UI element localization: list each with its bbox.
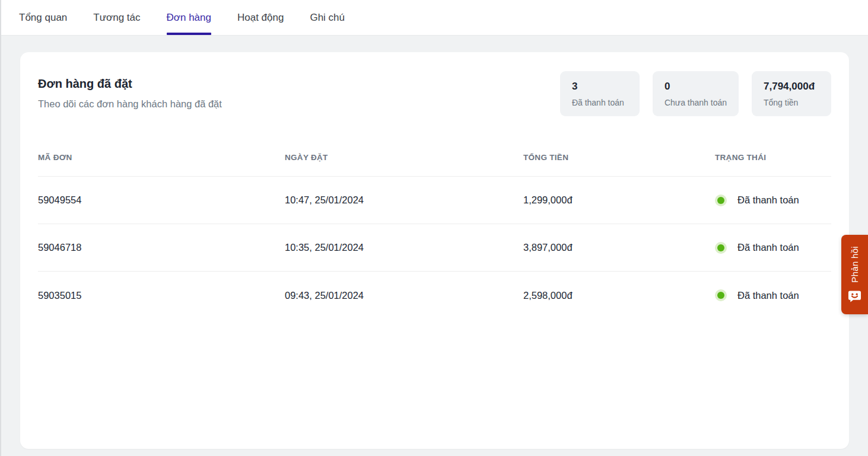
orders-card: Đơn hàng đã đặt Theo dõi các đơn hàng kh… [20, 52, 849, 449]
order-date: 10:47, 25/01/2024 [285, 194, 523, 206]
tab-label: Đơn hàng [167, 12, 211, 24]
chat-smiley-icon [848, 290, 861, 303]
feedback-label: Phản hồi [850, 246, 860, 283]
order-status: Đã thanh toán [715, 194, 831, 206]
tab-hoat-dong[interactable]: Hoạt động [237, 0, 284, 35]
stat-label: Đã thanh toán [572, 98, 628, 107]
tab-tuong-tac[interactable]: Tương tác [93, 0, 140, 35]
stat-value: 3 [572, 81, 628, 93]
order-stats: 3 Đã thanh toán 0 Chưa thanh toán 7,794,… [560, 71, 831, 116]
status-label: Đã thanh toán [737, 242, 799, 253]
table-row[interactable]: 59046718 10:35, 25/01/2024 3,897,000đ Đã… [38, 224, 831, 272]
stat-value: 0 [664, 81, 727, 93]
tab-label: Ghi chú [310, 12, 345, 24]
order-date: 09:43, 25/01/2024 [285, 290, 523, 301]
col-header-status: Trạng thái [715, 153, 831, 162]
stat-paid: 3 Đã thanh toán [560, 71, 640, 116]
tab-bar: Tổng quan Tương tác Đơn hàng Hoạt động G… [1, 0, 868, 36]
order-total: 2,598,000đ [523, 290, 715, 301]
orders-table: Mã đơn Ngày đặt Tổng tiền Trạng thái 590… [38, 153, 831, 319]
stat-label: Tổng tiền [764, 98, 819, 107]
tab-label: Hoạt động [237, 12, 284, 24]
status-paid-dot-icon [715, 289, 727, 301]
order-total: 1,299,000đ [523, 194, 715, 206]
card-heading-block: Đơn hàng đã đặt Theo dõi các đơn hàng kh… [38, 70, 222, 110]
order-id: 59035015 [38, 290, 285, 301]
stat-unpaid: 0 Chưa thanh toán [653, 71, 739, 116]
order-status: Đã thanh toán [715, 242, 831, 254]
tab-label: Tương tác [93, 12, 140, 24]
status-label: Đã thanh toán [737, 194, 799, 206]
order-total: 3,897,000đ [523, 242, 715, 253]
stat-value: 7,794,000đ [764, 81, 819, 93]
col-header-date: Ngày đặt [285, 153, 523, 162]
table-row[interactable]: 59049554 10:47, 25/01/2024 1,299,000đ Đã… [38, 177, 831, 224]
active-tab-underline [167, 33, 211, 35]
order-status: Đã thanh toán [715, 289, 831, 301]
col-header-total: Tổng tiền [523, 153, 715, 162]
tab-ghi-chu[interactable]: Ghi chú [310, 0, 345, 35]
order-date: 10:35, 25/01/2024 [285, 242, 523, 253]
status-paid-dot-icon [715, 194, 727, 206]
table-header-row: Mã đơn Ngày đặt Tổng tiền Trạng thái [38, 153, 831, 177]
feedback-button[interactable]: Phản hồi [841, 235, 868, 314]
order-id: 59049554 [38, 194, 285, 206]
table-row[interactable]: 59035015 09:43, 25/01/2024 2,598,000đ Đã… [38, 272, 831, 319]
stat-label: Chưa thanh toán [664, 98, 727, 107]
stat-total-amount: 7,794,000đ Tổng tiền [752, 71, 831, 116]
order-id: 59046718 [38, 242, 285, 253]
tab-don-hang[interactable]: Đơn hàng [167, 0, 211, 35]
page-title: Đơn hàng đã đặt [38, 70, 222, 91]
page-subtitle: Theo dõi các đơn hàng khách hàng đã đặt [38, 98, 222, 110]
tab-label: Tổng quan [19, 12, 67, 24]
tab-tong-quan[interactable]: Tổng quan [19, 0, 67, 35]
card-header: Đơn hàng đã đặt Theo dõi các đơn hàng kh… [38, 70, 831, 116]
status-paid-dot-icon [715, 242, 727, 254]
status-label: Đã thanh toán [737, 290, 799, 301]
col-header-order-id: Mã đơn [38, 153, 285, 162]
